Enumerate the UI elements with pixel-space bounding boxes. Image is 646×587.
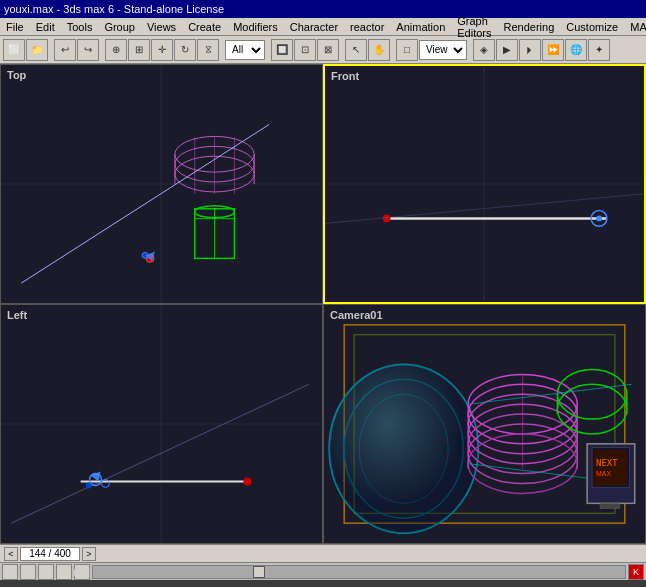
status-bar: < > [0,544,646,562]
toolbar-material[interactable]: ◈ [473,39,495,61]
menu-create[interactable]: Create [182,18,227,35]
toolbar-redo[interactable]: ↪ [77,39,99,61]
toolbar-snap[interactable]: 🔲 [271,39,293,61]
frame-next-button[interactable]: > [82,547,96,561]
vp-camera-label: Camera01 [330,309,383,321]
toolbar-env[interactable]: 🌐 [565,39,587,61]
toolbar-render-view[interactable]: □ [396,39,418,61]
frame-prev-button[interactable]: < [4,547,18,561]
toolbar-filter-dropdown[interactable]: All [225,40,265,60]
vp-front-canvas [325,66,644,302]
toolbar-snap2[interactable]: ⊡ [294,39,316,61]
anim-timeline-thumb[interactable] [253,566,265,578]
vp-top-label: Top [7,69,26,81]
menu-edit[interactable]: Edit [30,18,61,35]
title-bar: youxi.max - 3ds max 6 - Stand-alone Lice… [0,0,646,18]
toolbar-snap3[interactable]: ⊠ [317,39,339,61]
toolbar-open[interactable]: 📁 [26,39,48,61]
vp-front-label: Front [331,70,359,82]
vp-top-canvas [1,65,322,303]
toolbar-scale[interactable]: ⧖ [197,39,219,61]
toolbar-rotate[interactable]: ↻ [174,39,196,61]
toolbar-cursor[interactable]: ↖ [345,39,367,61]
viewport-left[interactable]: Left [0,304,323,544]
svg-point-35 [86,483,92,489]
vp-camera-canvas: NEXT MAX [324,305,645,543]
svg-point-23 [383,214,391,222]
toolbar-render2[interactable]: ⏵ [519,39,541,61]
toolbar-new[interactable]: ⬜ [3,39,25,61]
viewport-camera[interactable]: Camera01 [323,304,646,544]
anim-bar: |◀ ◀ ▶ ▶| ▶▶| K [0,562,646,580]
toolbar-undo[interactable]: ↩ [54,39,76,61]
anim-play-button[interactable]: ▶ [38,564,54,580]
menu-tools[interactable]: Tools [61,18,99,35]
toolbar-select2[interactable]: ⊞ [128,39,150,61]
menu-maxscript[interactable]: MAXScript [624,18,646,35]
menu-customize[interactable]: Customize [560,18,624,35]
toolbar: ⬜ 📁 ↩ ↪ ⊕ ⊞ ✛ ↻ ⧖ All 🔲 ⊡ ⊠ ↖ ✋ □ View ◈… [0,36,646,64]
viewport-front[interactable]: Front [323,64,646,304]
toolbar-render3[interactable]: ⏩ [542,39,564,61]
viewport-top[interactable]: Top [0,64,323,304]
anim-start-button[interactable]: |◀ [2,564,18,580]
menu-animation[interactable]: Animation [390,18,451,35]
anim-timeline-slider[interactable] [92,565,626,579]
svg-text:NEXT: NEXT [596,458,618,468]
svg-text:MAX: MAX [596,470,611,477]
toolbar-view-dropdown[interactable]: View [419,40,467,60]
toolbar-effects[interactable]: ✦ [588,39,610,61]
frame-input[interactable] [20,547,80,561]
menu-bar: File Edit Tools Group Views Create Modif… [0,18,646,36]
toolbar-move[interactable]: ✛ [151,39,173,61]
toolbar-render[interactable]: ▶ [496,39,518,61]
anim-key-button[interactable]: K [628,564,644,580]
menu-modifiers[interactable]: Modifiers [227,18,284,35]
viewport-area: Top [0,64,646,544]
anim-end-button[interactable]: ▶▶| [74,564,90,580]
toolbar-pan[interactable]: ✋ [368,39,390,61]
title-text: youxi.max - 3ds max 6 - Stand-alone Lice… [4,3,224,15]
anim-prev-button[interactable]: ◀ [20,564,36,580]
svg-point-25 [596,215,602,221]
menu-reactor[interactable]: reactor [344,18,390,35]
vp-left-canvas [1,305,322,543]
toolbar-select[interactable]: ⊕ [105,39,127,61]
svg-rect-65 [600,503,620,508]
menu-graph-editors[interactable]: Graph Editors [451,18,497,35]
vp-left-label: Left [7,309,27,321]
menu-group[interactable]: Group [98,18,141,35]
status-nav: < > [4,547,96,561]
menu-views[interactable]: Views [141,18,182,35]
svg-point-32 [243,478,251,486]
menu-character[interactable]: Character [284,18,344,35]
svg-point-43 [329,365,478,534]
menu-file[interactable]: File [0,18,30,35]
menu-rendering[interactable]: Rendering [498,18,561,35]
anim-next-button[interactable]: ▶| [56,564,72,580]
